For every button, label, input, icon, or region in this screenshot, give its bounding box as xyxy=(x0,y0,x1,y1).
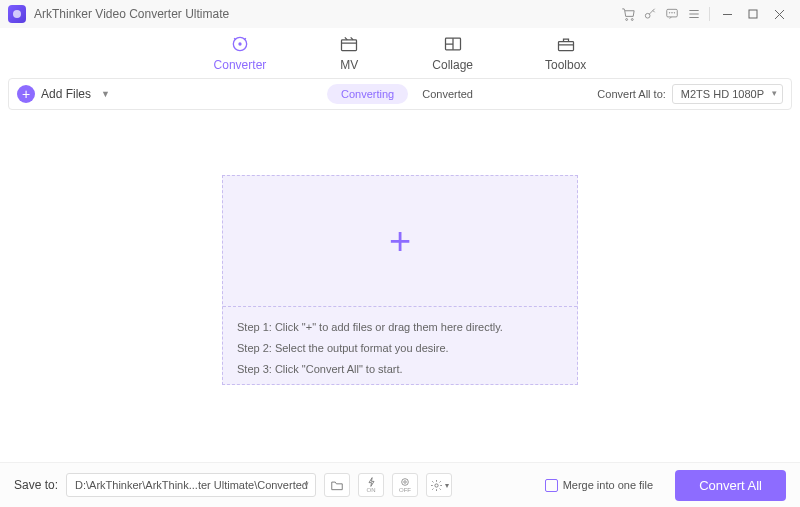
minimize-button[interactable] xyxy=(714,3,740,25)
on-sublabel: ON xyxy=(367,487,376,493)
plus-large-icon: + xyxy=(389,220,411,263)
tab-mv[interactable]: MV xyxy=(338,34,360,72)
tab-toolbox[interactable]: Toolbox xyxy=(545,34,586,72)
toolbox-icon xyxy=(555,34,577,54)
svg-point-1 xyxy=(631,18,633,20)
save-path-select[interactable]: D:\ArkThinker\ArkThink...ter Ultimate\Co… xyxy=(66,473,316,497)
close-button[interactable] xyxy=(766,3,792,25)
cart-icon[interactable] xyxy=(617,3,639,25)
add-files-button[interactable]: + Add Files ▼ xyxy=(17,85,110,103)
separator xyxy=(709,7,710,21)
feedback-icon[interactable] xyxy=(661,3,683,25)
svg-point-6 xyxy=(674,13,675,14)
hw-accel-on-button[interactable]: ON xyxy=(358,473,384,497)
svg-point-14 xyxy=(404,481,407,484)
titlebar: ArkThinker Video Converter Ultimate xyxy=(0,0,800,28)
tab-converter-label: Converter xyxy=(214,58,267,72)
svg-point-0 xyxy=(625,18,627,20)
tab-toolbox-label: Toolbox xyxy=(545,58,586,72)
svg-rect-10 xyxy=(342,40,357,51)
svg-rect-7 xyxy=(749,10,757,18)
subtab-converting[interactable]: Converting xyxy=(327,84,408,104)
merge-label: Merge into one file xyxy=(563,479,654,491)
dropzone-steps: Step 1: Click "+" to add files or drag t… xyxy=(223,306,577,390)
mv-icon xyxy=(338,34,360,54)
converter-icon xyxy=(229,34,251,54)
tab-mv-label: MV xyxy=(340,58,358,72)
off-sublabel: OFF xyxy=(399,487,411,493)
subtab-converted[interactable]: Converted xyxy=(422,88,473,100)
svg-point-4 xyxy=(669,13,670,14)
svg-rect-12 xyxy=(558,42,573,51)
dropzone-add-area[interactable]: + xyxy=(223,176,577,306)
tab-collage-label: Collage xyxy=(432,58,473,72)
settings-button[interactable]: ▾ xyxy=(426,473,452,497)
convert-all-to-label: Convert All to: xyxy=(597,88,665,100)
tab-converter[interactable]: Converter xyxy=(214,34,267,72)
step-3-text: Step 3: Click "Convert All" to start. xyxy=(237,359,563,380)
step-2-text: Step 2: Select the output format you des… xyxy=(237,338,563,359)
toolbar-strip: + Add Files ▼ Converting Converted Conve… xyxy=(8,78,792,110)
save-to-label: Save to: xyxy=(14,478,58,492)
footer-bar: Save to: D:\ArkThinker\ArkThink...ter Ul… xyxy=(0,462,800,507)
dropzone: + Step 1: Click "+" to add files or drag… xyxy=(222,175,578,385)
maximize-button[interactable] xyxy=(740,3,766,25)
collage-icon xyxy=(442,34,464,54)
app-title: ArkThinker Video Converter Ultimate xyxy=(34,7,229,21)
plus-icon: + xyxy=(17,85,35,103)
app-logo-icon xyxy=(8,5,26,23)
open-folder-button[interactable] xyxy=(324,473,350,497)
svg-point-15 xyxy=(434,483,437,486)
main-area: + Step 1: Click "+" to add files or drag… xyxy=(0,110,800,462)
save-path-value: D:\ArkThinker\ArkThink...ter Ultimate\Co… xyxy=(75,479,308,491)
chevron-down-icon: ▾ xyxy=(445,481,449,490)
add-files-label: Add Files xyxy=(41,87,91,101)
chevron-down-icon: ▼ xyxy=(101,89,110,99)
output-format-select[interactable]: M2TS HD 1080P xyxy=(672,84,783,104)
menu-icon[interactable] xyxy=(683,3,705,25)
svg-point-5 xyxy=(672,13,673,14)
tab-collage[interactable]: Collage xyxy=(432,34,473,72)
checkbox-icon xyxy=(545,479,558,492)
svg-point-13 xyxy=(402,479,409,486)
key-icon[interactable] xyxy=(639,3,661,25)
hw-accel-off-button[interactable]: OFF xyxy=(392,473,418,497)
convert-all-button[interactable]: Convert All xyxy=(675,470,786,501)
output-format-value: M2TS HD 1080P xyxy=(681,88,764,100)
step-1-text: Step 1: Click "+" to add files or drag t… xyxy=(237,317,563,338)
svg-point-9 xyxy=(238,42,241,45)
svg-point-2 xyxy=(645,13,650,18)
merge-checkbox[interactable]: Merge into one file xyxy=(545,479,654,492)
main-tabs: Converter MV Collage Toolbox xyxy=(0,28,800,78)
